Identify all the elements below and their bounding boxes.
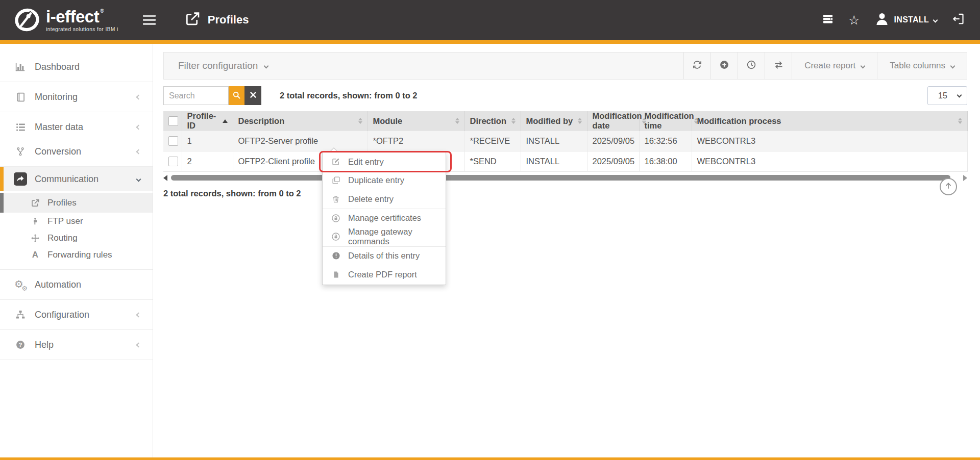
cell-modification-date: 2025/09/05 xyxy=(587,131,639,151)
lock-circle-icon xyxy=(331,214,340,223)
sidebar-item-master-data[interactable]: Master data xyxy=(0,115,153,139)
edit-icon xyxy=(331,157,340,166)
sidebar-item-help[interactable]: ? Help xyxy=(0,333,153,357)
add-entry-button[interactable] xyxy=(710,53,738,79)
filter-toolbar: Filter configuration xyxy=(163,52,967,80)
cell-modification-time: 16:32:56 xyxy=(639,131,692,151)
user-name: INSTALL xyxy=(894,15,929,24)
question-circle-icon: ? xyxy=(13,340,28,350)
column-header-module[interactable]: Module xyxy=(368,111,464,131)
sort-icons xyxy=(455,118,459,124)
sidebar-item-profiles[interactable]: Profiles xyxy=(0,193,153,213)
menu-item-delete-entry[interactable]: Delete entry xyxy=(323,190,446,209)
sidebar-item-ftp-user[interactable]: FTP user xyxy=(0,213,153,229)
footer-accent-bar xyxy=(0,457,980,460)
magnifier-icon xyxy=(232,91,241,101)
sidebar-item-label: Help xyxy=(35,340,54,350)
menu-item-edit-entry[interactable]: Edit entry xyxy=(323,152,446,171)
menu-item-manage-gateway-commands[interactable]: Manage gateway commands xyxy=(323,227,446,246)
refresh-icon xyxy=(692,60,702,72)
chevron-left-icon xyxy=(136,312,141,317)
chevron-left-icon xyxy=(136,124,141,130)
sidebar-item-label: Routing xyxy=(47,233,78,243)
user-menu[interactable]: INSTALL xyxy=(874,11,937,29)
menu-item-label: Delete entry xyxy=(348,194,394,204)
menu-item-create-pdf-report[interactable]: Create PDF report xyxy=(323,265,446,284)
arrow-up-icon xyxy=(944,181,953,192)
sidebar-item-label: Configuration xyxy=(35,310,89,320)
menu-toggle-button[interactable] xyxy=(143,15,156,25)
sitemap-icon xyxy=(13,310,28,320)
column-label: Modification time xyxy=(645,111,694,131)
server-icon[interactable] xyxy=(822,13,834,27)
sidebar-item-automation[interactable]: ⚙⚙ Automation xyxy=(0,272,153,297)
menu-item-label: Edit entry xyxy=(348,157,384,167)
column-header-modified-by[interactable]: Modified by xyxy=(521,111,587,131)
forward-icon: A xyxy=(29,250,41,259)
chevron-left-icon xyxy=(136,149,141,154)
clone-icon xyxy=(331,176,340,185)
profiles-table: Profile-ID Description Module xyxy=(163,111,968,172)
favorites-star-icon[interactable]: ☆ xyxy=(848,14,860,27)
chevron-down-icon xyxy=(264,63,269,68)
column-header-modification-date[interactable]: Modification date xyxy=(587,111,639,131)
chevron-down-icon xyxy=(136,176,141,182)
column-label: Direction xyxy=(470,116,507,126)
menu-item-manage-certificates[interactable]: Manage certificates xyxy=(323,209,446,228)
sidebar-item-conversion[interactable]: Conversion xyxy=(0,139,153,164)
sidebar-divider xyxy=(0,360,153,360)
sidebar-item-communication[interactable]: Communication xyxy=(0,167,153,191)
main-content: Filter configuration xyxy=(153,44,980,457)
scroll-to-top-button[interactable] xyxy=(940,178,957,195)
sidebar-item-forwarding-rules[interactable]: A Forwarding rules xyxy=(0,246,153,263)
move-arrows-icon xyxy=(29,234,41,243)
menu-item-label: Duplicate entry xyxy=(348,175,404,185)
sidebar-item-label: Dashboard xyxy=(35,62,80,72)
history-button[interactable] xyxy=(738,53,765,79)
refresh-button[interactable] xyxy=(683,53,710,79)
scroll-left-arrow[interactable] xyxy=(163,175,167,181)
book-icon xyxy=(13,92,28,103)
select-all-checkbox[interactable] xyxy=(168,116,178,126)
branch-icon xyxy=(13,146,28,157)
scrollbar-thumb[interactable] xyxy=(171,175,950,181)
filter-configuration-label: Filter configuration xyxy=(178,60,258,71)
table-row[interactable]: 2 OFTP2-Client profile *SEND INSTALL 202… xyxy=(163,151,967,172)
scroll-right-arrow[interactable] xyxy=(963,175,967,181)
sidebar-item-monitoring[interactable]: Monitoring xyxy=(0,85,153,109)
clear-search-button[interactable] xyxy=(244,86,261,105)
menu-item-details-of-entry[interactable]: Details of this entry xyxy=(323,247,446,266)
search-button[interactable] xyxy=(229,86,244,105)
sidebar-item-label: Automation xyxy=(35,279,81,290)
table-row[interactable]: 1 OFTP2-Server profile *OFTP2 *RECEIVE I… xyxy=(163,131,967,151)
info-circle-icon xyxy=(331,251,340,260)
column-label: Module xyxy=(373,116,403,126)
row-checkbox[interactable] xyxy=(168,157,178,166)
column-header-direction[interactable]: Direction xyxy=(464,111,521,131)
page-size-select[interactable]: 15 xyxy=(927,86,967,105)
sidebar-item-label: Communication xyxy=(35,174,99,185)
column-label: Modification date xyxy=(593,111,642,131)
list-icon xyxy=(13,122,28,133)
sidebar-item-configuration[interactable]: Configuration xyxy=(0,302,153,327)
cell-modification-date: 2025/09/05 xyxy=(587,151,639,172)
table-columns-dropdown[interactable]: Table columns xyxy=(877,53,967,79)
menu-item-duplicate-entry[interactable]: Duplicate entry xyxy=(323,171,446,190)
plus-circle-icon xyxy=(719,60,729,72)
row-checkbox-cell xyxy=(163,131,182,151)
column-header-modification-time[interactable]: Modification time xyxy=(639,111,692,131)
create-report-dropdown[interactable]: Create report xyxy=(792,53,877,79)
transfer-button[interactable] xyxy=(765,53,792,79)
filter-configuration-dropdown[interactable]: Filter configuration xyxy=(178,53,268,79)
logout-icon[interactable] xyxy=(951,12,965,28)
search-input[interactable] xyxy=(163,86,229,105)
column-header-modification-process[interactable]: Modification process xyxy=(692,111,967,131)
column-header-description[interactable]: Description xyxy=(233,111,368,131)
sidebar-item-label: Forwarding rules xyxy=(47,250,112,260)
sidebar-item-routing[interactable]: Routing xyxy=(0,229,153,246)
i-effect-logo[interactable]: i-effect ® integrated solutions for IBM … xyxy=(13,6,118,34)
row-checkbox[interactable] xyxy=(168,136,178,146)
sidebar-item-dashboard[interactable]: Dashboard xyxy=(0,55,153,79)
column-header-profile-id[interactable]: Profile-ID xyxy=(182,111,233,131)
cell-profile-id: 2 xyxy=(182,151,233,172)
